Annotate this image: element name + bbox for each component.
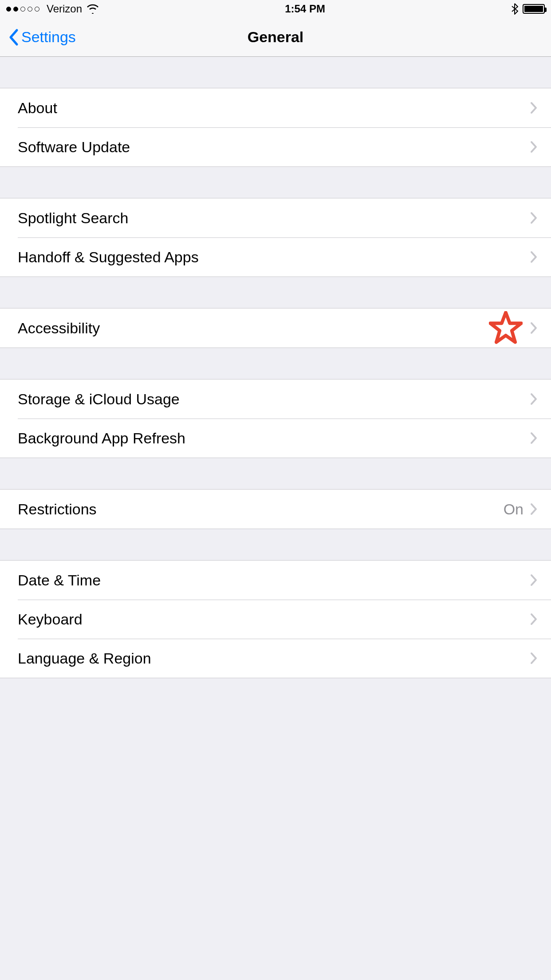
row-accessibility[interactable]: Accessibility (0, 308, 551, 348)
chevron-right-icon (530, 321, 538, 335)
row-label: Software Update (18, 138, 530, 156)
nav-bar: Settings General (0, 18, 551, 57)
group-accessibility: Accessibility (0, 308, 551, 348)
status-time: 1:54 PM (285, 3, 325, 15)
chevron-right-icon (530, 250, 538, 264)
group-about: About Software Update (0, 88, 551, 167)
row-language-region[interactable]: Language & Region (0, 639, 551, 678)
row-label: Spotlight Search (18, 209, 530, 227)
battery-icon (523, 4, 545, 14)
chevron-right-icon (530, 140, 538, 154)
row-label: About (18, 99, 530, 117)
chevron-right-icon (530, 502, 538, 516)
chevron-right-icon (530, 431, 538, 445)
row-storage-icloud[interactable]: Storage & iCloud Usage (0, 379, 551, 419)
row-restrictions[interactable]: Restrictions On (0, 490, 551, 529)
group-date-keyboard: Date & Time Keyboard Language & Region (0, 560, 551, 678)
row-label: Keyboard (18, 611, 530, 628)
row-label: Date & Time (18, 572, 530, 589)
chevron-right-icon (530, 612, 538, 626)
status-bar: Verizon 1:54 PM (0, 0, 551, 18)
chevron-right-icon (530, 652, 538, 665)
back-button[interactable]: Settings (8, 18, 76, 56)
page-title: General (248, 28, 304, 46)
svg-marker-0 (490, 312, 521, 342)
chevron-right-icon (530, 392, 538, 406)
row-background-app-refresh[interactable]: Background App Refresh (0, 419, 551, 458)
status-left: Verizon (6, 3, 99, 15)
chevron-right-icon (530, 101, 538, 115)
row-label: Handoff & Suggested Apps (18, 249, 530, 266)
carrier-label: Verizon (47, 3, 82, 15)
chevron-left-icon (8, 28, 19, 46)
signal-strength-icon (6, 7, 39, 12)
group-restrictions: Restrictions On (0, 489, 551, 529)
row-about[interactable]: About (0, 88, 551, 127)
star-icon (489, 311, 523, 345)
row-label: Storage & iCloud Usage (18, 391, 530, 408)
row-label: Restrictions (18, 501, 504, 518)
group-spotlight: Spotlight Search Handoff & Suggested App… (0, 198, 551, 277)
back-label: Settings (21, 28, 76, 46)
bluetooth-icon (511, 3, 518, 15)
row-label: Language & Region (18, 650, 530, 667)
row-label: Background App Refresh (18, 430, 530, 447)
row-date-time[interactable]: Date & Time (0, 561, 551, 600)
group-storage: Storage & iCloud Usage Background App Re… (0, 379, 551, 458)
wifi-icon (87, 4, 99, 14)
row-keyboard[interactable]: Keyboard (0, 600, 551, 639)
chevron-right-icon (530, 573, 538, 587)
row-label: Accessibility (18, 320, 489, 337)
chevron-right-icon (530, 211, 538, 225)
status-right (511, 3, 545, 15)
row-handoff[interactable]: Handoff & Suggested Apps (0, 237, 551, 277)
settings-list: About Software Update Spotlight Search H… (0, 57, 551, 678)
row-software-update[interactable]: Software Update (0, 127, 551, 166)
row-spotlight-search[interactable]: Spotlight Search (0, 198, 551, 237)
row-value: On (504, 501, 523, 518)
